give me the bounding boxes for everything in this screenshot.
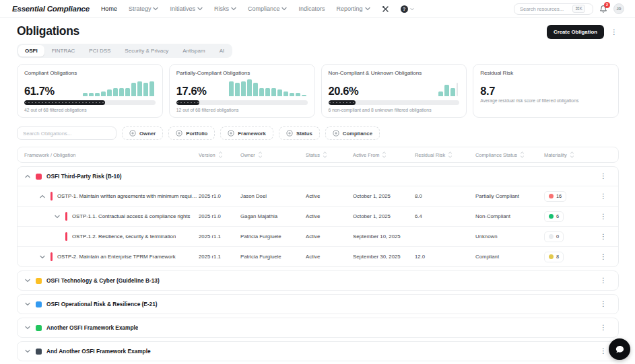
column-header-active-from[interactable]: Active From — [353, 151, 415, 158]
chevron-down-icon — [25, 326, 30, 330]
filter-chip-compliance[interactable]: Compliance — [325, 126, 380, 140]
kpi-card-caption: 6 non-compliant and 8 unknown filtered o… — [329, 108, 460, 112]
framework-group-row[interactable]: OSFI Technology & Cyber (Guideline B-13)… — [18, 271, 618, 290]
row-kebab-menu-icon[interactable]: ⋮ — [595, 301, 611, 307]
row-kebab-menu-icon[interactable]: ⋮ — [595, 324, 611, 331]
cell-residual-risk: 6.4 — [415, 213, 475, 219]
global-search[interactable]: ⌘K — [514, 3, 593, 15]
chevron-down-icon — [197, 7, 203, 11]
main-content: Obligations Create Obligation ⋮ OSFIFINT… — [0, 18, 635, 364]
tab-security-privacy[interactable]: Security & Privacy — [118, 45, 175, 57]
materiality-dot — [549, 254, 554, 259]
sparkline-chart — [83, 79, 156, 96]
nav-item-risks[interactable]: Risks — [214, 5, 236, 12]
nav-item-compliance[interactable]: Compliance — [248, 5, 288, 12]
framework-name: Another OSFI Framework Example — [46, 324, 138, 331]
cell-compliance-status: Partially Compliant — [475, 193, 544, 199]
nav-item-home[interactable]: Home — [101, 5, 117, 12]
column-header-status[interactable]: Status — [306, 151, 353, 158]
row-kebab-menu-icon[interactable]: ⋮ — [595, 254, 611, 260]
spark-bar — [277, 89, 282, 96]
tab-osfi[interactable]: OSFI — [18, 45, 44, 57]
filter-chip-owner[interactable]: Owner — [122, 126, 163, 140]
progress-track — [329, 100, 460, 105]
expand-caret[interactable] — [24, 302, 31, 306]
tab-fintrac[interactable]: FINTRAC — [45, 45, 82, 57]
obligation-row[interactable]: OSTP-1.2. Resilience, security & termina… — [18, 226, 618, 246]
column-header-compliance-status[interactable]: Compliance Status — [475, 151, 544, 158]
nav-item-reporting[interactable]: Reporting — [337, 5, 370, 12]
cell-status: Active — [306, 193, 353, 199]
spark-bar — [450, 88, 455, 97]
framework-group-row[interactable]: And Another OSFI Framework Example⋮ — [18, 342, 618, 361]
spark-bar — [149, 81, 154, 97]
nav-menu: HomeStrategyInitiativesRisksComplianceIn… — [101, 5, 370, 12]
cell-compliance-status: Compliant — [475, 254, 544, 260]
cell-version: 2025 r1.0 — [199, 213, 240, 219]
page-kebab-menu-icon[interactable]: ⋮ — [609, 28, 619, 37]
expand-caret[interactable] — [24, 326, 31, 330]
obligation-row[interactable]: OSTP-1.1. Contractual access & complianc… — [18, 206, 618, 226]
row-kebab-menu-icon[interactable]: ⋮ — [595, 277, 611, 284]
create-obligation-button[interactable]: Create Obligation — [547, 25, 604, 39]
global-search-input[interactable] — [520, 6, 568, 12]
obligation-name: OSTP-1. Maintain written agreements with… — [57, 193, 199, 199]
avatar[interactable]: JD — [613, 3, 624, 14]
framework-color-marker — [36, 349, 42, 355]
row-kebab-menu-icon[interactable]: ⋮ — [595, 213, 611, 220]
row-kebab-menu-icon[interactable]: ⋮ — [595, 173, 611, 180]
obligation-row[interactable]: OSTP-2. Maintain an Enterprise TPRM Fram… — [18, 246, 618, 266]
sort-icon — [323, 151, 327, 158]
expand-caret[interactable] — [39, 255, 46, 259]
kpi-card-mid: 20.6% — [329, 79, 460, 96]
collapse-caret[interactable] — [24, 174, 31, 178]
cell-version: 2025 r1.1 — [199, 233, 240, 240]
help-menu[interactable]: ? — [401, 5, 414, 13]
materiality-value: 6 — [556, 213, 559, 219]
materiality-value: 16 — [556, 193, 562, 199]
collapse-caret[interactable] — [39, 194, 46, 198]
kpi-card-caption: 42 out of 68 filtered obligations — [24, 108, 156, 112]
cell-residual-risk: 12.0 — [415, 254, 475, 260]
expand-caret[interactable] — [54, 215, 61, 219]
chat-widget-button[interactable] — [609, 338, 630, 360]
sort-icon — [448, 151, 453, 158]
sort-icon — [382, 151, 387, 158]
filter-chip-portfolio[interactable]: Portfolio — [168, 126, 215, 140]
obligation-search-input[interactable] — [17, 126, 116, 140]
tools-icon[interactable] — [382, 5, 389, 13]
nav-item-indicators[interactable]: Indicators — [298, 5, 325, 12]
column-header-residual-risk[interactable]: Residual Risk — [415, 151, 475, 158]
name-cell: OSFI Operational Risk & Resilience (E-21… — [24, 301, 199, 307]
obligation-row[interactable]: OSTP-1. Maintain written agreements with… — [18, 186, 618, 206]
kpi-card-title: Partially-Compliant Obligations — [176, 70, 308, 76]
notifications-button[interactable]: 2 — [599, 5, 607, 13]
row-kebab-menu-icon[interactable]: ⋮ — [595, 193, 611, 200]
cell-materiality: 8 — [544, 252, 595, 262]
expand-caret[interactable] — [24, 349, 31, 353]
cell-version: 2025 r1.0 — [199, 193, 240, 199]
chevron-down-icon — [153, 7, 158, 11]
column-header-materiality[interactable]: Materiality — [544, 151, 595, 158]
expand-caret[interactable] — [24, 279, 31, 283]
filter-chips: OwnerPortfolioFrameworkStatusCompliance — [122, 126, 380, 140]
kpi-card-title: Residual Risk — [480, 70, 611, 76]
kpi-card-title: Compliant Obligations — [24, 70, 156, 76]
nav-item-strategy[interactable]: Strategy — [129, 5, 159, 12]
framework-group-row[interactable]: OSFI Third-Party Risk (B-10)⋮ — [18, 167, 618, 186]
tab-antispam[interactable]: Antispam — [176, 45, 211, 57]
column-header-owner[interactable]: Owner — [240, 151, 306, 158]
spark-cursor — [457, 83, 458, 96]
filter-chip-status[interactable]: Status — [279, 126, 320, 140]
nav-item-initiatives[interactable]: Initiatives — [170, 5, 203, 12]
name-cell: OSTP-1. Maintain written agreements with… — [24, 192, 199, 201]
tab-pci-dss[interactable]: PCI DSS — [82, 45, 117, 57]
column-header-version[interactable]: Version — [199, 151, 240, 158]
framework-group-row[interactable]: OSFI Operational Risk & Resilience (E-21… — [18, 295, 618, 314]
row-kebab-menu-icon[interactable]: ⋮ — [595, 233, 611, 240]
brand-logo[interactable]: Essential Compliance — [12, 5, 90, 13]
cell-owner: Patricia Furgiuele — [240, 254, 306, 260]
tab-ai[interactable]: AI — [213, 45, 232, 57]
filter-chip-framework[interactable]: Framework — [220, 126, 273, 140]
framework-group-row[interactable]: Another OSFI Framework Example⋮ — [18, 318, 618, 337]
